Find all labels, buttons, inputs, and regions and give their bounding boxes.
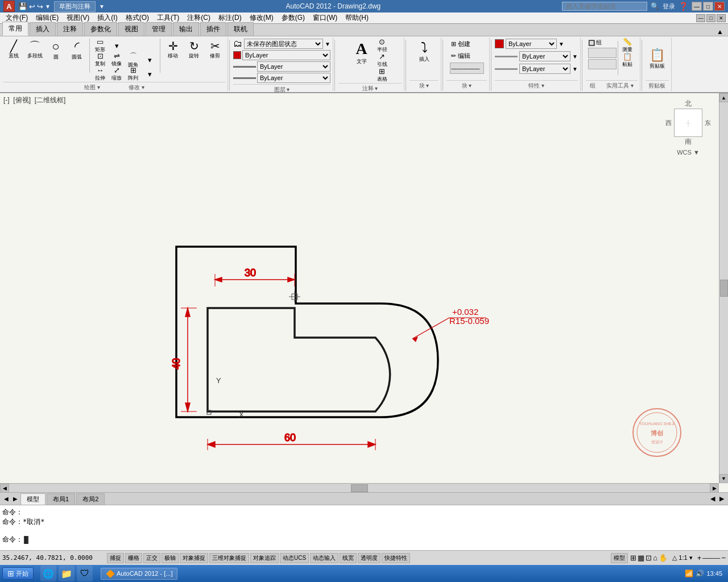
edit-block-btn[interactable]: ✏ 编辑 <box>450 51 471 61</box>
clipboard-btn[interactable]: 📋 剪贴板 <box>647 47 667 71</box>
polyline-tool-btn[interactable]: ⌒ 多段线 <box>24 39 45 62</box>
inner-close-btn[interactable]: ✕ <box>717 14 726 22</box>
copy-btn[interactable]: ⊡复制 <box>92 53 108 66</box>
leader-btn[interactable]: ↗引线 <box>374 53 390 67</box>
tab-plugins[interactable]: 插件 <box>200 22 226 36</box>
h-scroll-thumb[interactable] <box>351 484 368 492</box>
move-btn[interactable]: ✛ 移动 <box>163 39 183 61</box>
redo-btn[interactable]: ↪ <box>37 2 43 11</box>
insert-btn[interactable]: ⤵ 插入 <box>414 39 435 64</box>
taskbar-ie-icon[interactable]: 🌐 <box>40 566 56 581</box>
restore-btn[interactable]: □ <box>703 2 713 11</box>
layer-state-dropdown[interactable]: 未保存的图层状态 <box>244 39 323 49</box>
tray-network-icon[interactable]: 📶 <box>685 569 693 577</box>
tab-home[interactable]: 常用 <box>2 22 28 36</box>
viewport-view-indicator[interactable]: [-] <box>3 96 11 104</box>
tab-layout1[interactable]: 布局1 <box>47 493 75 505</box>
undo-btn[interactable]: ↩ <box>29 2 35 11</box>
ortho-toggle[interactable]: 正交 <box>143 553 160 563</box>
scroll-thumb[interactable] <box>720 280 728 297</box>
polar-toggle[interactable]: 极轴 <box>162 553 179 563</box>
compass-box[interactable]: ┼ <box>674 109 702 137</box>
ribbon-collapse-btn[interactable]: ▲ <box>714 28 726 36</box>
taskbar-folder-icon[interactable]: 📁 <box>59 566 75 581</box>
table-btn[interactable]: ⊞表格 <box>374 68 390 82</box>
user-login[interactable]: 登录 <box>663 2 675 11</box>
menu-param[interactable]: 参数(G) <box>278 12 308 24</box>
inner-restore-btn[interactable]: □ <box>706 14 715 22</box>
min-btn[interactable]: — <box>692 2 702 11</box>
tab-view[interactable]: 视图 <box>118 22 144 36</box>
scroll-right-btn[interactable]: ▶ <box>710 484 719 493</box>
qp-toggle[interactable]: 快捷特性 <box>382 553 410 563</box>
ducs-toggle[interactable]: 动态UCS <box>280 553 309 563</box>
model-mode-btn[interactable]: 模型 <box>611 553 628 563</box>
menu-help[interactable]: 帮助(H) <box>342 12 372 24</box>
osnap-toggle[interactable]: 对象捕捉 <box>180 553 208 563</box>
trim-btn[interactable]: ✂ 修剪 <box>205 39 225 61</box>
grid-toggle[interactable]: 栅格 <box>125 553 142 563</box>
rect-btn[interactable]: ▭矩形 <box>92 39 108 52</box>
taskbar-autocad-btn[interactable]: 🔶 AutoCAD 2012 - [...] <box>101 568 177 580</box>
scale-display[interactable]: △ 1:1 ▾ <box>670 554 694 562</box>
inner-min-btn[interactable]: — <box>696 14 705 22</box>
wcs-label[interactable]: WCS ▼ <box>660 149 717 156</box>
search-box[interactable] <box>562 2 647 11</box>
paste-btn[interactable]: 📋粘贴 <box>619 53 635 67</box>
create-block-btn[interactable]: ⊞ 创建 <box>450 39 471 49</box>
zoom-in-btn[interactable]: + <box>697 554 702 562</box>
scroll-left-btn[interactable]: ◀ <box>0 484 9 493</box>
radius-dim-btn[interactable]: ⊙半径 <box>374 39 390 52</box>
tray-volume-icon[interactable]: 🔊 <box>696 569 704 577</box>
group-input[interactable] <box>588 48 617 58</box>
prop-linetype-dropdown[interactable]: ByLayer <box>519 51 570 61</box>
tab-model[interactable]: 模型 <box>20 493 46 505</box>
help-btn[interactable]: ❓ <box>679 2 688 11</box>
lw-toggle[interactable]: 线宽 <box>340 553 357 563</box>
layer-name-dropdown[interactable]: ByLayer <box>242 50 330 60</box>
snap-toggle[interactable]: 捕捉 <box>107 553 124 563</box>
command-line-panel[interactable]: 命令： 命令：*取消* 命令： | <box>0 505 728 550</box>
bottom-scrollbar[interactable]: ◀ ▶ <box>0 483 719 492</box>
layout-icon[interactable]: ▦ <box>638 554 644 562</box>
view-icon[interactable]: ⌂ <box>653 554 657 562</box>
pan-left-btn[interactable]: ◀ <box>709 495 717 502</box>
mirror-btn[interactable]: ⇌镜像 <box>109 53 125 66</box>
color-dropdown[interactable]: ByLayer <box>257 61 330 72</box>
measure-btn[interactable]: 📏测量 <box>619 39 635 52</box>
zoom-out-btn[interactable]: − <box>721 554 726 562</box>
prop-color-dropdown[interactable]: ByLayer <box>506 39 557 49</box>
toolbar-selector[interactable]: 草图与注释 <box>54 1 96 12</box>
text-btn[interactable]: A 文字 <box>350 39 373 66</box>
tab-parametric[interactable]: 参数化 <box>84 22 117 36</box>
more-draw-btn[interactable]: ▾ <box>109 39 125 52</box>
tab-output[interactable]: 输出 <box>173 22 199 36</box>
line-tool-btn[interactable]: ╱ 直线 <box>3 39 24 62</box>
group-panel-btn[interactable]: 🔲组 <box>588 39 617 47</box>
scale-btn[interactable]: ⤢缩放 <box>109 67 125 81</box>
drawing-viewport[interactable]: [-] [俯视] [二维线框] 北 西 ┼ 东 南 WCS ▼ ▲ ▼ ◀ ▶ <box>0 93 728 492</box>
fillet-btn[interactable]: ⌒圆角 <box>125 53 141 66</box>
stretch-btn[interactable]: ↔拉伸 <box>92 67 108 81</box>
menu-window[interactable]: 窗口(W) <box>309 12 341 24</box>
scroll-up-btn[interactable]: ▲ <box>719 93 729 102</box>
pan-right-btn[interactable]: ▶ <box>718 495 726 502</box>
save-quick-btn[interactable]: 💾 <box>18 2 27 11</box>
more-modify1-btn[interactable]: ▾ <box>142 53 158 66</box>
otrack-toggle[interactable]: 对象追踪 <box>250 553 279 563</box>
arc-tool-btn[interactable]: ◜ 圆弧 <box>67 39 87 62</box>
toolbar-dropdown-arrow[interactable]: ▼ <box>99 3 105 10</box>
pan-icon[interactable]: ✋ <box>659 554 668 562</box>
tab-manage[interactable]: 管理 <box>146 22 172 36</box>
command-input-line[interactable]: 命令： | <box>2 535 726 544</box>
circle-tool-btn[interactable]: ○ 圆 <box>46 39 66 62</box>
scroll-down-btn[interactable]: ▼ <box>719 474 729 483</box>
right-scrollbar[interactable]: ▲ ▼ <box>719 93 728 483</box>
3dosnap-toggle[interactable]: 三维对象捕捉 <box>209 553 249 563</box>
rotate-btn[interactable]: ↻ 旋转 <box>184 39 204 61</box>
viewport-display-indicator[interactable]: [二维线框] <box>35 96 66 104</box>
tab-online[interactable]: 联机 <box>228 22 254 36</box>
linetype-dropdown[interactable]: ByLayer <box>257 73 330 83</box>
drawing-canvas[interactable]: 30 40 60 <box>0 93 719 463</box>
tab-insert[interactable]: 插入 <box>30 22 56 36</box>
